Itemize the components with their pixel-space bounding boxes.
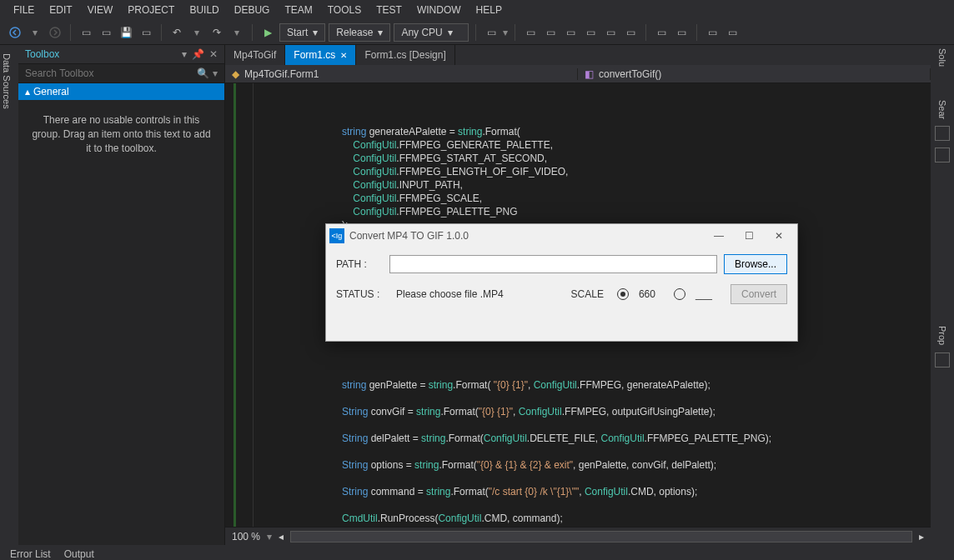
open-file-icon[interactable]: ▭: [98, 24, 114, 41]
tool-window-icon[interactable]: [935, 352, 950, 368]
document-tab[interactable]: Form1.cs✕: [285, 45, 356, 65]
toolbox-header: Toolbox ▾ 📌 ✕: [18, 45, 224, 64]
menu-file[interactable]: FILE: [7, 2, 41, 18]
code-line[interactable]: [259, 472, 931, 485]
data-sources-tab[interactable]: Data Sources: [2, 48, 12, 109]
code-line[interactable]: ConfigUtil.FFMPEG_GENERATE_PALETTE,: [259, 138, 931, 152]
right-tool-strip: Solu Sear Prop: [931, 45, 954, 545]
output-tab[interactable]: Output: [64, 548, 94, 560]
convert-button[interactable]: Convert: [731, 284, 787, 304]
code-line[interactable]: [259, 365, 931, 378]
code-line[interactable]: [259, 392, 931, 405]
menu-build[interactable]: BUILD: [183, 2, 225, 18]
undo-icon[interactable]: ↶: [168, 24, 185, 41]
code-line[interactable]: ConfigUtil.FFMPEG_START_AT_SECOND,: [259, 152, 931, 165]
document-tab[interactable]: Form1.cs [Design]: [356, 45, 454, 65]
dropdown-icon[interactable]: ▾: [228, 24, 245, 41]
document-tab[interactable]: Mp4ToGif: [225, 45, 285, 65]
menu-help[interactable]: HELP: [469, 2, 509, 18]
scale-radio-blank[interactable]: [674, 288, 685, 300]
dropdown-icon[interactable]: ▾: [188, 24, 205, 41]
pin-icon[interactable]: 📌: [192, 48, 204, 60]
forward-icon[interactable]: [47, 24, 63, 41]
zoom-level[interactable]: 100 %: [232, 531, 260, 542]
code-line[interactable]: String options = string.Format("{0} & {1…: [259, 458, 931, 472]
toolbox-category-general[interactable]: ▴ General: [18, 83, 224, 100]
menu-debug[interactable]: DEBUG: [228, 2, 277, 18]
tool-window-icon[interactable]: [935, 126, 950, 141]
tool-icon[interactable]: ▭: [522, 24, 539, 41]
menu-test[interactable]: TEST: [369, 2, 409, 18]
config-select[interactable]: Release▾: [329, 23, 390, 42]
code-line[interactable]: string generateAPalette = string.Format(: [259, 125, 931, 138]
horizontal-scrollbar[interactable]: [290, 531, 912, 542]
path-input[interactable]: [389, 255, 717, 273]
toolbox-search-input[interactable]: [25, 68, 197, 79]
error-list-tab[interactable]: Error List: [10, 548, 51, 560]
breadcrumb-method-label: convertToGif(): [599, 68, 661, 80]
code-line[interactable]: [259, 445, 931, 458]
tool-icon[interactable]: ▭: [483, 24, 500, 41]
dropdown-icon[interactable]: ▾: [27, 24, 43, 41]
code-line[interactable]: ConfigUtil.FFMPEG_SCALE,: [259, 192, 931, 205]
redo-icon[interactable]: ↷: [208, 24, 225, 41]
code-line[interactable]: ConfigUtil.FFMPEG_LENGTH_OF_GIF_VIDEO,: [259, 165, 931, 178]
tool-icon[interactable]: ▭: [724, 24, 741, 41]
code-line[interactable]: [259, 418, 931, 432]
tool-icon[interactable]: ▭: [704, 24, 721, 41]
search-tab[interactable]: Sear: [937, 100, 947, 119]
code-line[interactable]: [259, 498, 931, 512]
solution-explorer-tab[interactable]: Solu: [937, 48, 947, 67]
menu-tools[interactable]: TOOLS: [321, 2, 368, 18]
nav-left-icon[interactable]: ◂: [279, 531, 284, 542]
tool-icon[interactable]: ▭: [622, 24, 639, 41]
close-icon[interactable]: ✕: [209, 48, 218, 60]
tool-icon[interactable]: ▭: [562, 24, 579, 41]
scale-radio-660[interactable]: [617, 288, 629, 300]
code-line[interactable]: [259, 352, 931, 365]
app-icon: <Ig: [329, 228, 344, 243]
dropdown-icon[interactable]: ▾: [182, 48, 187, 60]
menu-project[interactable]: PROJECT: [121, 2, 181, 18]
tool-icon[interactable]: ▭: [653, 24, 670, 41]
browse-button[interactable]: Browse...: [724, 254, 787, 274]
nav-right-icon[interactable]: ▸: [919, 531, 924, 542]
new-file-icon[interactable]: ▭: [78, 24, 94, 41]
tab-label: Form1.cs: [294, 49, 335, 61]
search-icon[interactable]: 🔍: [197, 68, 209, 79]
code-line[interactable]: String convGif = string.Format("{0} {1}"…: [259, 405, 931, 418]
menu-view[interactable]: VIEW: [81, 2, 120, 18]
dialog-title: Convert MP4 TO GIF 1.0.0: [349, 230, 469, 242]
breadcrumb-scope[interactable]: ◆ Mp4ToGif.Form1: [225, 68, 578, 80]
tool-icon[interactable]: ▭: [582, 24, 599, 41]
minimize-button[interactable]: —: [704, 226, 734, 246]
properties-tab[interactable]: Prop: [937, 326, 947, 345]
menu-window[interactable]: WINDOW: [410, 2, 468, 18]
document-tabs: Mp4ToGifForm1.cs✕Form1.cs [Design]: [225, 45, 931, 65]
save-all-icon[interactable]: ▭: [138, 24, 154, 41]
start-play-icon[interactable]: ▶: [259, 24, 276, 41]
breadcrumb-member[interactable]: ◧ convertToGif(): [578, 68, 931, 80]
dialog-titlebar[interactable]: <Ig Convert MP4 TO GIF 1.0.0 — ☐ ✕: [326, 224, 797, 248]
close-icon[interactable]: ✕: [340, 51, 347, 60]
code-line[interactable]: String command = string.Format("/c start…: [259, 485, 931, 498]
code-line[interactable]: string genPalette = string.Format( "{0} …: [259, 378, 931, 392]
code-line[interactable]: ConfigUtil.FFMPEG_PALETTE_PNG: [259, 205, 931, 218]
start-button[interactable]: Start▾: [279, 23, 325, 42]
close-button[interactable]: ✕: [764, 226, 794, 246]
tool-icon[interactable]: ▭: [673, 24, 690, 41]
toolbox-empty-message: There are no usable controls in this gro…: [18, 100, 224, 168]
code-line[interactable]: [259, 525, 931, 527]
tool-icon[interactable]: ▭: [542, 24, 559, 41]
maximize-button[interactable]: ☐: [734, 226, 764, 246]
code-line[interactable]: ConfigUtil.INPUT_PATH,: [259, 178, 931, 192]
tool-icon[interactable]: ▭: [602, 24, 619, 41]
menu-team[interactable]: TEAM: [278, 2, 319, 18]
save-icon[interactable]: 💾: [118, 24, 134, 41]
code-line[interactable]: String delPalett = string.Format(ConfigU…: [259, 432, 931, 445]
back-icon[interactable]: [7, 24, 23, 41]
tool-window-icon[interactable]: [935, 148, 950, 162]
code-line[interactable]: CmdUtil.RunProcess(ConfigUtil.CMD, comma…: [259, 512, 931, 525]
menu-edit[interactable]: EDIT: [43, 2, 78, 18]
platform-select[interactable]: Any CPU▾: [394, 23, 469, 42]
